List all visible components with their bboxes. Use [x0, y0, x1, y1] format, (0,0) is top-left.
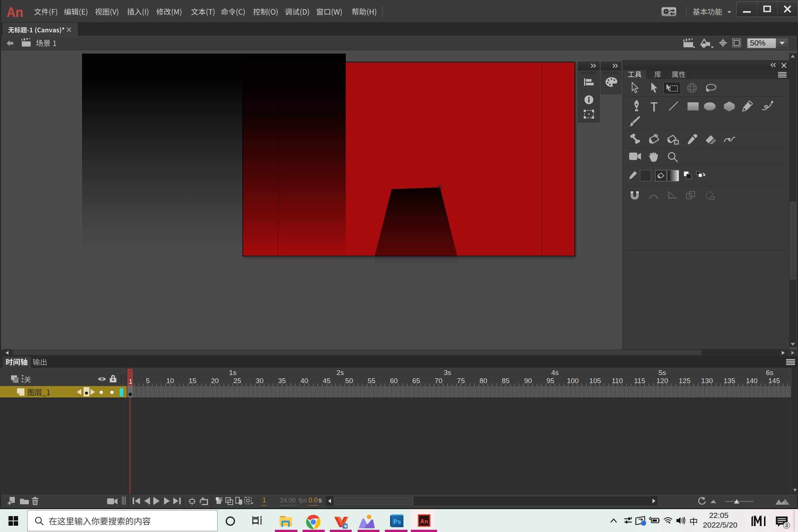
svg-text:An: An [420, 518, 428, 525]
svg-text:3: 3 [785, 522, 788, 528]
svg-text:Ps: Ps [393, 518, 401, 525]
